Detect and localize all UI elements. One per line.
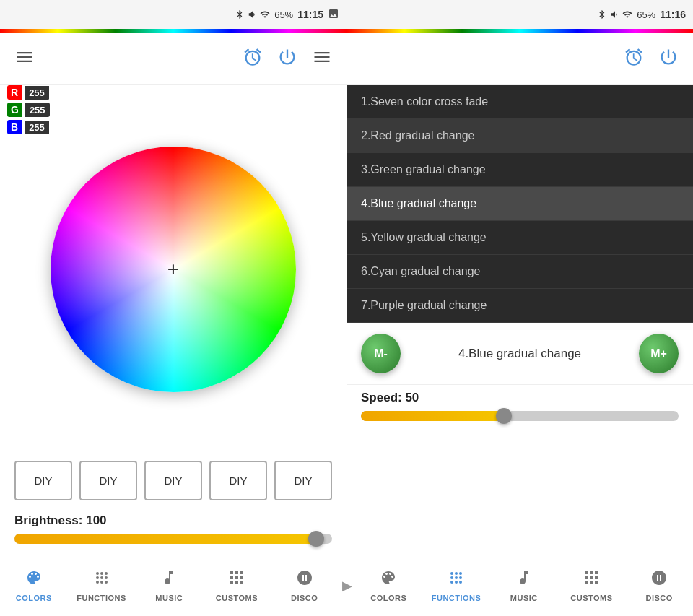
left-nav-panel: COLORS FUNCTIONS MUSIC CUSTOMS DISCO — [0, 555, 339, 616]
power-icon-left[interactable] — [277, 47, 297, 71]
svg-rect-35 — [595, 581, 598, 584]
rgb-r-badge: R 255 — [7, 85, 50, 100]
left-nav-music[interactable]: MUSIC — [135, 555, 203, 616]
mode-item-5[interactable]: 5.Yellow gradual change — [346, 221, 693, 255]
color-wheel[interactable]: + — [51, 147, 296, 392]
r-value: 255 — [25, 86, 49, 100]
svg-rect-14 — [240, 576, 243, 579]
right-nav-music[interactable]: MUSIC — [490, 555, 558, 616]
svg-rect-9 — [230, 571, 233, 574]
alarm-icon-left[interactable] — [243, 47, 263, 71]
mode-item-1[interactable]: 1.Seven color cross fade — [346, 85, 693, 119]
left-nav-disco[interactable]: DISCO — [271, 555, 339, 616]
svg-rect-29 — [595, 571, 598, 574]
right-toolbar — [346, 33, 693, 85]
diy-button-1[interactable]: DIY — [14, 461, 72, 500]
mode-item-2[interactable]: 2.Red gradual change — [346, 119, 693, 153]
speed-slider-fill — [361, 411, 504, 421]
functions-icon-left — [93, 569, 110, 591]
svg-rect-31 — [590, 576, 593, 579]
speed-slider-thumb[interactable] — [496, 408, 512, 424]
left-image-icon — [328, 8, 339, 22]
left-status-bar: 65% 11:15 — [0, 0, 346, 29]
svg-point-4 — [100, 576, 103, 579]
mode-item-6[interactable]: 6.Cyan gradual change — [346, 255, 693, 289]
svg-point-26 — [459, 581, 462, 584]
svg-rect-15 — [230, 581, 233, 584]
diy-buttons: DIY DIY DIY DIY DIY — [0, 454, 346, 508]
left-panel: R 255 G 255 B 255 + DIY DIY DIY DIY DIY — [0, 29, 346, 555]
left-nav-colors-label: COLORS — [16, 594, 52, 602]
brightness-label: Brightness: 100 — [14, 513, 332, 528]
nav-arrow[interactable]: ▶ — [339, 555, 355, 616]
g-value: 255 — [25, 103, 50, 117]
mode-item-7[interactable]: 7.Purple gradual change — [346, 289, 693, 323]
colors-icon-left — [25, 569, 43, 591]
menu-icon[interactable] — [14, 47, 35, 71]
svg-rect-27 — [585, 571, 588, 574]
svg-rect-33 — [585, 581, 588, 584]
right-nav-disco[interactable]: DISCO — [625, 555, 693, 616]
left-nav-colors[interactable]: COLORS — [0, 555, 68, 616]
right-nav-functions-label: FUNCTIONS — [432, 594, 481, 602]
right-nav-music-label: MUSIC — [510, 594, 538, 602]
brightness-slider-fill — [14, 534, 316, 544]
speed-slider-track[interactable] — [361, 411, 679, 421]
brightness-slider-track[interactable] — [14, 534, 332, 544]
brightness-slider-thumb[interactable] — [308, 531, 324, 547]
functions-icon-right — [448, 569, 465, 591]
main-content: R 255 G 255 B 255 + DIY DIY DIY DIY DIY — [0, 29, 693, 555]
svg-rect-10 — [235, 571, 238, 574]
diy-button-3[interactable]: DIY — [144, 461, 202, 500]
svg-point-21 — [450, 576, 453, 579]
customs-icon-left — [228, 569, 245, 591]
svg-point-22 — [455, 576, 458, 579]
svg-rect-30 — [585, 576, 588, 579]
customs-icon-right — [583, 569, 600, 591]
right-nav-customs[interactable]: CUSTOMS — [558, 555, 626, 616]
rgb-values: R 255 G 255 B 255 — [7, 85, 50, 134]
left-nav-customs-label: CUSTOMS — [216, 594, 258, 602]
diy-button-2[interactable]: DIY — [79, 461, 137, 500]
right-nav-colors[interactable]: COLORS — [355, 555, 423, 616]
svg-point-19 — [455, 572, 458, 575]
svg-rect-12 — [230, 576, 233, 579]
power-icon-right[interactable] — [658, 47, 679, 71]
svg-point-5 — [105, 576, 108, 579]
svg-point-18 — [450, 572, 453, 575]
svg-point-6 — [96, 581, 99, 584]
left-nav-functions[interactable]: FUNCTIONS — [68, 555, 136, 616]
right-nav-functions[interactable]: FUNCTIONS — [422, 555, 490, 616]
right-nav-colors-label: COLORS — [370, 594, 406, 602]
svg-rect-32 — [595, 576, 598, 579]
mode-item-3[interactable]: 3.Green gradual change — [346, 153, 693, 187]
mode-plus-button[interactable]: M+ — [639, 334, 679, 373]
speed-section: Speed: 50 — [346, 385, 693, 432]
svg-point-2 — [105, 572, 108, 575]
color-wheel-container[interactable]: + — [0, 85, 346, 454]
right-nav-customs-label: CUSTOMS — [570, 594, 612, 602]
left-nav-customs[interactable]: CUSTOMS — [203, 555, 271, 616]
svg-point-0 — [96, 572, 99, 575]
right-status-bar: 65% 11:16 — [346, 0, 693, 29]
right-nav-disco-label: DISCO — [645, 594, 672, 602]
disco-icon-right — [650, 569, 668, 591]
crosshair-icon: + — [167, 258, 179, 281]
alarm-icon-right[interactable] — [624, 47, 644, 71]
svg-point-23 — [459, 576, 462, 579]
brightness-section: Brightness: 100 — [0, 508, 346, 555]
mode-minus-button[interactable]: M- — [361, 334, 401, 373]
svg-rect-34 — [590, 581, 593, 584]
diy-button-4[interactable]: DIY — [209, 461, 267, 500]
right-nav-panel: COLORS FUNCTIONS MUSIC CUSTOMS DISCO — [355, 555, 694, 616]
svg-point-8 — [105, 581, 108, 584]
mode-item-4[interactable]: 4.Blue gradual change — [346, 187, 693, 221]
list-icon-left[interactable] — [312, 47, 332, 71]
svg-point-3 — [96, 576, 99, 579]
diy-button-5[interactable]: DIY — [274, 461, 332, 500]
mode-list: 1.Seven color cross fade 2.Red gradual c… — [346, 85, 693, 323]
active-mode-name: 4.Blue gradual change — [458, 347, 581, 361]
svg-rect-16 — [235, 581, 238, 584]
svg-point-7 — [100, 581, 103, 584]
status-bars: 65% 11:15 65% 11:16 — [0, 0, 693, 29]
